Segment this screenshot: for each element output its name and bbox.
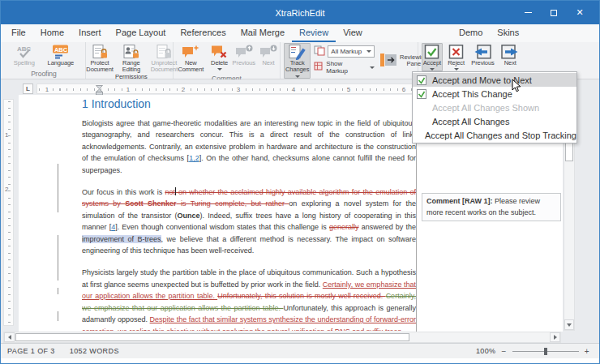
menu-item-accept-all-changes[interactable]: Accept All Changes bbox=[413, 114, 576, 128]
app-window: XtraRichEdit ✕ FileHomeInsertPage Layout… bbox=[0, 0, 600, 364]
text-run: Our focus in this work is bbox=[82, 188, 165, 196]
reviewing-pane-icon bbox=[379, 53, 397, 69]
ribbon-tabs-right: DemoSkins bbox=[452, 24, 526, 42]
show-markup-button[interactable]: Show Markup bbox=[314, 60, 375, 75]
document-heading: 1 Introduction bbox=[82, 97, 416, 110]
chevron-down-icon bbox=[217, 68, 222, 71]
spelling-label: Spelling bbox=[14, 60, 35, 66]
minimize-button[interactable] bbox=[515, 1, 541, 24]
tab-demo[interactable]: Demo bbox=[452, 24, 490, 42]
ruler-number: 3 bbox=[235, 86, 242, 93]
maximize-icon bbox=[551, 10, 557, 16]
zoom-slider[interactable] bbox=[512, 348, 579, 355]
previous-change-button[interactable]: Previous bbox=[469, 43, 495, 71]
next-change-label: Next bbox=[504, 60, 516, 66]
group-proofing-label: Proofing bbox=[2, 70, 85, 79]
horizontal-scroll-thumb[interactable] bbox=[15, 333, 409, 341]
zoom-out-button[interactable]: − bbox=[502, 348, 507, 355]
delete-comment-button[interactable]: Delete bbox=[208, 43, 231, 75]
doc-paragraph: Biologists agree that game-theoretic mod… bbox=[82, 118, 416, 176]
previous-comment-button[interactable]: Previous bbox=[231, 43, 257, 75]
scroll-left-button[interactable] bbox=[4, 332, 15, 342]
arrow-right-icon bbox=[554, 335, 557, 340]
tab-references[interactable]: References bbox=[173, 24, 233, 42]
menu-item-label: Accept This Change bbox=[432, 89, 512, 99]
chevron-down-icon bbox=[454, 68, 459, 71]
deleted-text: not bbox=[165, 188, 175, 196]
range-editing-permissions-button[interactable]: Range Editing Permissions bbox=[114, 43, 149, 81]
status-bar: PAGE 1 OF 3 1052 WORDS 100% − + bbox=[1, 343, 599, 358]
tab-view[interactable]: View bbox=[336, 24, 370, 42]
show-markup-icon bbox=[314, 62, 324, 73]
deleted-text: is Turing complete, but rather bbox=[177, 199, 289, 208]
ruler-number: 2 bbox=[5, 185, 8, 194]
menu-item-accept-this-change[interactable]: Accept This Change bbox=[413, 87, 576, 101]
range-editing-permissions-label: Range Editing Permissions bbox=[115, 60, 148, 80]
next-comment-icon bbox=[259, 45, 278, 60]
text-run: answered by the bbox=[358, 223, 416, 231]
spelling-button[interactable]: ABC Spelling bbox=[12, 43, 36, 70]
chevron-down-icon bbox=[370, 66, 375, 69]
menu-item-accept-all-changes-and-stop-tracking[interactable]: Accept All Changes and Stop Tracking bbox=[413, 128, 576, 142]
protect-document-button[interactable]: Protect Document bbox=[86, 43, 114, 81]
protect-document-label: Protect Document bbox=[86, 60, 113, 74]
document-text[interactable]: 1 Introduction Biologists agree that gam… bbox=[82, 97, 416, 331]
tab-insert[interactable]: Insert bbox=[71, 24, 109, 42]
ribbon-tab-row: FileHomeInsertPage LayoutReferencesMail … bbox=[1, 24, 599, 42]
tab-skins[interactable]: Skins bbox=[490, 24, 526, 42]
svg-text:ABC: ABC bbox=[54, 46, 68, 54]
accept-label: Accept bbox=[423, 60, 441, 66]
menu-item-accept-and-move-to-next[interactable]: Accept and Move to Next bbox=[413, 73, 576, 87]
ruler-number: 2 bbox=[180, 86, 186, 93]
scroll-down-button[interactable] bbox=[564, 319, 574, 330]
scroll-right-button[interactable] bbox=[550, 332, 560, 342]
tab-review[interactable]: Review bbox=[292, 24, 336, 42]
maximize-button[interactable] bbox=[541, 1, 567, 24]
title-bar: XtraRichEdit ✕ bbox=[1, 1, 599, 24]
delete-comment-label: Delete bbox=[211, 60, 228, 66]
tracking-options: All Markup Show Markup bbox=[314, 43, 375, 79]
tab-page-layout[interactable]: Page Layout bbox=[109, 24, 174, 42]
zoom-in-button[interactable]: + bbox=[585, 348, 589, 355]
track-changes-icon bbox=[287, 45, 308, 60]
tab-home[interactable]: Home bbox=[33, 24, 71, 42]
chevron-down-icon bbox=[366, 50, 371, 53]
markup-filter-combo[interactable]: All Markup bbox=[328, 45, 375, 58]
change-bar bbox=[58, 311, 58, 321]
markup-sheets-icon bbox=[314, 45, 325, 58]
new-comment-label: New Comment bbox=[175, 60, 207, 74]
tab-selector-icon[interactable]: L bbox=[23, 84, 33, 94]
comment-balloon[interactable]: Comment [RAW 1]: Please review more rece… bbox=[422, 193, 561, 221]
citation-link[interactable]: 1,2 bbox=[189, 154, 199, 162]
reject-button[interactable]: Reject bbox=[446, 43, 467, 71]
checkbox-checked-icon bbox=[413, 75, 431, 85]
accept-icon bbox=[423, 45, 441, 60]
delete-comment-icon bbox=[210, 45, 229, 60]
next-comment-button[interactable]: Next bbox=[257, 43, 280, 75]
language-button[interactable]: ABC Language bbox=[46, 43, 76, 70]
previous-change-label: Previous bbox=[471, 60, 494, 66]
horizontal-scrollbar[interactable] bbox=[3, 332, 561, 343]
ribbon-tabs: FileHomeInsertPage LayoutReferencesMail … bbox=[4, 24, 370, 42]
accept-button[interactable]: Accept bbox=[422, 43, 443, 71]
tab-file[interactable]: File bbox=[4, 24, 33, 42]
tab-mail-merge[interactable]: Mail Merge bbox=[234, 24, 292, 42]
zoom-slider-thumb[interactable] bbox=[544, 348, 547, 355]
mouse-cursor bbox=[512, 79, 521, 96]
new-comment-button[interactable]: New Comment bbox=[174, 43, 208, 75]
previous-change-icon bbox=[473, 45, 492, 60]
doc-paragraph: Physicists largely study the partition t… bbox=[82, 267, 416, 331]
track-changes-button[interactable]: Track Changes bbox=[284, 43, 311, 79]
ruler-number: 1 bbox=[125, 86, 131, 93]
group-comment: New Comment Delete Previous bbox=[174, 42, 281, 79]
next-comment-label: Next bbox=[262, 60, 274, 66]
text-run: ]. Even though conventional wisdom state… bbox=[115, 223, 329, 231]
close-button[interactable]: ✕ bbox=[567, 1, 593, 24]
change-bar bbox=[58, 164, 58, 212]
protect-document-icon bbox=[91, 45, 109, 60]
chevron-down-icon bbox=[295, 75, 300, 78]
range-editing-icon bbox=[122, 45, 140, 60]
next-change-button[interactable]: Next bbox=[499, 43, 521, 71]
group-proofing: ABC Spelling ABC Language Proofing bbox=[2, 42, 86, 79]
ruler-number: 6 bbox=[401, 86, 407, 93]
